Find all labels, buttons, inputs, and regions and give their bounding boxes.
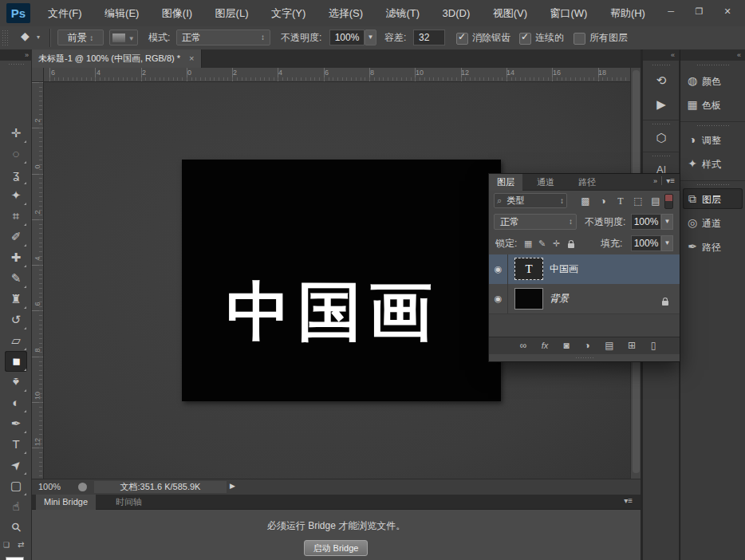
icon-dock-collapse[interactable]: « (643, 49, 679, 61)
zoom-tool[interactable]: ⚲ (5, 517, 27, 538)
fill-source-select[interactable]: 前景 ↕ (57, 30, 104, 45)
menu-filter[interactable]: 滤镜(T) (376, 0, 430, 26)
3d-panel-icon[interactable]: ⬡ (649, 128, 673, 148)
adjustment-layer-filter-icon[interactable]: ◑ (596, 194, 610, 208)
opacity-dropdown-button[interactable]: ▼ (365, 30, 376, 45)
tab-mini-bridge[interactable]: Mini Bridge (36, 495, 96, 510)
lasso-tool[interactable]: ʓ (5, 164, 27, 185)
adjustments-panel-button[interactable]: ◑调整 (683, 129, 743, 150)
document-tab[interactable]: 未标题-1 @ 100% (中国画, RGB/8) * × (32, 49, 202, 68)
type-layer-filter-icon[interactable]: T (613, 194, 628, 208)
blur-tool[interactable]: ♠ (5, 372, 27, 392)
layer-filter-select[interactable]: ⌕ 类型 ↕ (494, 193, 567, 208)
hand-tool[interactable]: ☝ (5, 496, 27, 517)
tool-preset-dropdown-arrow-icon[interactable]: ▾ (37, 34, 40, 41)
delete-layer-icon[interactable]: ▯ (644, 337, 662, 354)
mode-select[interactable]: 正常 ↕ (176, 30, 270, 45)
swap-colors-icon[interactable]: ⇄ (18, 540, 24, 549)
pen-tool[interactable]: ✒ (5, 413, 27, 434)
color-panel-button[interactable]: ◍颜色 (683, 70, 743, 91)
actions-panel-icon[interactable]: ▶ (649, 94, 673, 115)
launch-bridge-button[interactable]: 启动 Bridge (304, 540, 368, 556)
layer-row-text[interactable]: ◉ T 中国画 (489, 254, 680, 285)
eyedropper-tool[interactable]: ✐ (5, 227, 27, 247)
new-group-icon[interactable]: ▤ (601, 337, 618, 354)
fill-dropdown-icon[interactable]: ▼ (661, 235, 673, 251)
lock-transparency-icon[interactable]: ▦ (524, 239, 532, 249)
lock-all-icon[interactable] (568, 240, 574, 250)
all-layers-checkbox-box[interactable] (574, 33, 585, 45)
history-panel-icon[interactable]: ⟲ (649, 70, 673, 91)
pattern-picker[interactable]: ▼ (109, 30, 138, 45)
brush-tool[interactable]: ✎ (5, 268, 27, 289)
tab-layers[interactable]: 图层 (489, 174, 522, 191)
layers-panel-collapse-icon[interactable]: » (653, 177, 657, 185)
menu-edit[interactable]: 编辑(E) (95, 0, 148, 26)
menu-image[interactable]: 图像(I) (152, 0, 202, 26)
shape-tool[interactable]: ▢ (5, 475, 27, 496)
marquee-tool[interactable]: ◌ (5, 144, 27, 164)
visibility-eye-icon[interactable]: ◉ (489, 254, 508, 284)
blend-mode-select[interactable]: 正常 ↕ (494, 214, 577, 230)
zoom-level-field[interactable]: 100% (38, 479, 61, 495)
healing-brush-tool[interactable]: ✚ (5, 247, 27, 268)
add-layer-mask-icon[interactable]: ◙ (558, 337, 575, 354)
tolerance-field[interactable]: 32 (413, 30, 445, 45)
link-layers-icon[interactable]: ∞ (514, 337, 532, 354)
layers-panel-menu-icon[interactable]: ▾≡ (661, 176, 675, 185)
menu-type[interactable]: 文字(Y) (262, 0, 315, 26)
layer-name[interactable]: 背景 (550, 284, 569, 314)
bottom-panel-menu-icon[interactable]: ▾≡ (624, 496, 633, 505)
anti-alias-checkbox-box[interactable] (456, 33, 468, 45)
visibility-eye-icon[interactable]: ◉ (489, 284, 508, 314)
tools-panel-header[interactable]: » (0, 49, 32, 61)
layers-panel-resize-gripper[interactable] (575, 357, 594, 360)
menu-window[interactable]: 窗口(W) (541, 0, 597, 26)
clone-stamp-tool[interactable]: ♜ (5, 289, 27, 310)
dodge-tool[interactable]: ◐ (5, 392, 27, 413)
tab-paths[interactable]: 路径 (570, 174, 604, 191)
paint-bucket-options-icon[interactable]: ◆ (21, 30, 30, 42)
all-layers-checkbox[interactable] (574, 32, 585, 46)
pixel-layer-filter-icon[interactable]: ▩ (578, 194, 593, 208)
canvas-image[interactable]: 中国画 (182, 160, 501, 401)
document-tab-close-icon[interactable]: × (189, 53, 194, 63)
paths-panel-button[interactable]: ✒路径 (683, 236, 743, 257)
path-selection-tool[interactable]: ➤ (5, 455, 27, 475)
lock-position-icon[interactable]: ✛ (553, 239, 560, 249)
menu-select[interactable]: 选择(S) (319, 0, 372, 26)
new-layer-icon[interactable]: ⊞ (623, 337, 641, 354)
anti-alias-checkbox[interactable] (456, 32, 468, 46)
paint-bucket-tool[interactable]: ◆ (5, 351, 27, 372)
shape-layer-filter-icon[interactable]: ⬚ (631, 194, 645, 208)
move-tool[interactable]: ✛ (5, 123, 27, 144)
layer-row-background[interactable]: ◉ 背景 (489, 284, 680, 314)
text-layer-thumbnail[interactable]: T (514, 258, 543, 280)
foreground-color-swatch[interactable] (6, 557, 24, 560)
layer-style-fx-icon[interactable]: fx (536, 337, 554, 354)
menu-layer[interactable]: 图层(L) (206, 0, 258, 26)
tab-channels[interactable]: 通道 (529, 174, 562, 191)
panel-dock-collapse[interactable]: « (680, 49, 745, 61)
contiguous-checkbox-box[interactable] (519, 33, 531, 45)
maximize-button[interactable]: ❐ (688, 4, 711, 19)
contiguous-checkbox[interactable] (519, 32, 531, 46)
default-colors-icon[interactable]: ❏ (3, 541, 10, 549)
layer-opacity-dropdown-icon[interactable]: ▼ (661, 214, 673, 230)
new-adjustment-layer-icon[interactable]: ◑ (578, 337, 596, 354)
menu-3d[interactable]: 3D(D) (433, 0, 480, 26)
background-layer-thumbnail[interactable] (514, 288, 543, 310)
document-info[interactable]: 文档:351.6 K/585.9K (94, 481, 227, 493)
menu-view[interactable]: 视图(V) (483, 0, 537, 26)
menu-file[interactable]: 文件(F) (38, 0, 92, 26)
layers-panel-button[interactable]: ⧉图层 (683, 188, 743, 209)
quick-selection-tool[interactable]: ✦ (5, 185, 27, 206)
type-tool[interactable]: T (5, 434, 27, 455)
channels-panel-button[interactable]: ◎通道 (683, 212, 743, 233)
layer-filter-toggle[interactable] (664, 194, 673, 209)
swatches-panel-button[interactable]: ▦色板 (683, 94, 743, 115)
smart-object-filter-icon[interactable]: ▤ (648, 194, 663, 208)
menu-help[interactable]: 帮助(H) (601, 0, 655, 26)
layer-name[interactable]: 中国画 (550, 254, 578, 284)
close-button[interactable]: ✕ (716, 4, 739, 19)
